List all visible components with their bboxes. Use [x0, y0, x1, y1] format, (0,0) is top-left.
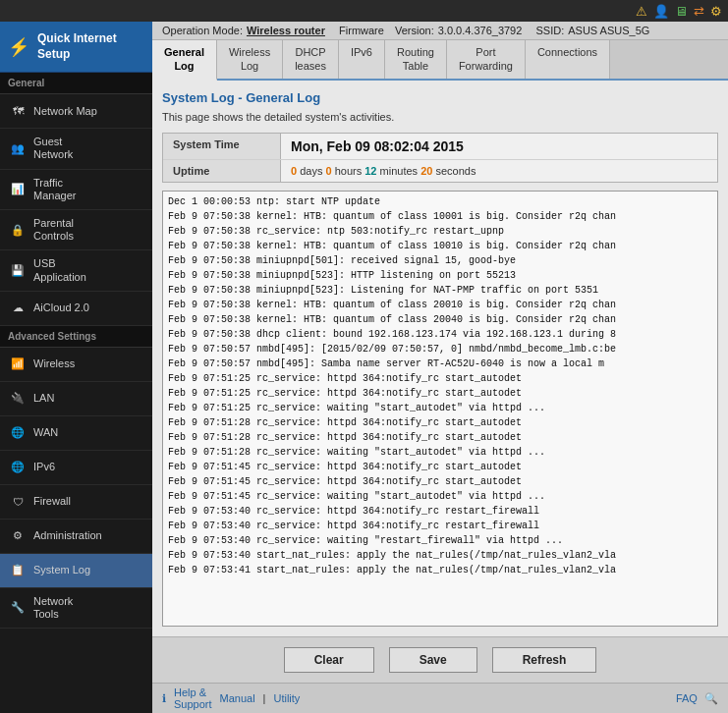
log-line: Feb 9 07:50:38 kernel: HTB: quantum of c… — [168, 239, 712, 253]
clear-button[interactable]: Clear — [284, 647, 374, 673]
log-area: Dec 1 00:00:53 ntp: start NTP updateFeb … — [162, 191, 718, 627]
manual-link[interactable]: Manual — [220, 692, 255, 704]
sidebar-item-network-tools[interactable]: 🔧 NetworkTools — [0, 588, 152, 629]
save-button[interactable]: Save — [389, 647, 477, 673]
tab-general-log[interactable]: GeneralLog — [152, 40, 217, 81]
lan-icon: 🔌 — [8, 389, 28, 409]
tab-dhcp-leases[interactable]: DHCPleases — [283, 40, 339, 79]
log-line: Feb 9 07:50:38 miniupnpd[501]: received … — [168, 253, 712, 268]
log-line: Feb 9 07:50:38 miniupnpd[523]: HTTP list… — [168, 268, 712, 283]
log-line: Feb 9 07:53:40 rc_service: httpd 364:not… — [168, 504, 712, 519]
parental-controls-icon: 🔒 — [8, 220, 28, 240]
log-line: Feb 9 07:50:38 kernel: HTB: quantum of c… — [168, 298, 712, 312]
aicloud-icon: ☁ — [8, 299, 28, 318]
log-line: Feb 9 07:50:38 miniupnpd[523]: Listening… — [168, 283, 712, 298]
guest-network-icon: 👥 — [8, 138, 28, 158]
log-line: Feb 9 07:51:25 rc_service: httpd 364:not… — [168, 386, 712, 401]
log-line: Feb 9 07:53:41 start_nat_rules: apply th… — [168, 563, 712, 577]
search-icon: 🔍 — [704, 692, 718, 704]
uptime-value: 0 days 0 hours 12 minutes 20 seconds — [281, 160, 485, 182]
log-line: Dec 1 00:00:53 ntp: start NTP update — [168, 194, 712, 209]
tab-ipv6[interactable]: IPv6 — [339, 40, 385, 79]
ssid-label: SSID: — [535, 25, 564, 36]
gear-icon[interactable]: ⚙ — [710, 4, 722, 19]
administration-icon: ⚙ — [8, 526, 28, 546]
firmware-version: 3.0.0.4.376_3792 — [438, 25, 523, 36]
guest-network-label: GuestNetwork — [33, 136, 73, 161]
wireless-label: Wireless — [33, 357, 75, 370]
uptime-minutes-label: minutes — [380, 165, 421, 177]
uptime-row: Uptime 0 days 0 hours 12 minutes 20 seco… — [163, 160, 717, 182]
general-section-header: General — [0, 73, 152, 94]
system-log-icon: 📋 — [8, 561, 28, 580]
sidebar-item-traffic-manager[interactable]: 📊 TrafficManager — [0, 170, 152, 210]
log-scroll[interactable]: Dec 1 00:00:53 ntp: start NTP updateFeb … — [163, 192, 717, 626]
network-map-icon: 🗺 — [8, 101, 28, 121]
sidebar-item-lan[interactable]: 🔌 LAN — [0, 382, 152, 416]
faq-area: FAQ 🔍 — [676, 692, 718, 705]
quick-internet-setup[interactable]: ⚡ Quick Internet Setup — [0, 22, 152, 73]
sidebar-item-aicloud[interactable]: ☁ AiCloud 2.0 — [0, 292, 152, 326]
sidebar-item-network-map[interactable]: 🗺 Network Map — [0, 94, 152, 129]
log-line: Feb 9 07:51:25 rc_service: httpd 364:not… — [168, 371, 712, 386]
usb-application-label: USBApplication — [33, 257, 86, 283]
quick-setup-label: Quick Internet Setup — [37, 31, 144, 62]
wan-label: WAN — [33, 426, 58, 439]
sidebar-item-guest-network[interactable]: 👥 GuestNetwork — [0, 129, 152, 169]
wan-icon: 🌐 — [8, 423, 28, 443]
log-line: Feb 9 07:51:25 rc_service: waiting "star… — [168, 401, 712, 415]
log-line: Feb 9 07:53:40 start_nat_rules: apply th… — [168, 548, 712, 563]
page-content: System Log - General Log This page shows… — [152, 81, 728, 636]
tab-port-forwarding[interactable]: PortForwarding — [447, 40, 526, 79]
sidebar-item-wireless[interactable]: 📶 Wireless — [0, 348, 152, 382]
parental-controls-label: ParentalControls — [33, 217, 74, 243]
tab-wireless-log[interactable]: WirelessLog — [217, 40, 283, 79]
tab-connections[interactable]: Connections — [526, 40, 610, 79]
refresh-button[interactable]: Refresh — [492, 647, 597, 673]
transfer-icon[interactable]: ⇄ — [694, 4, 704, 19]
sidebar-item-ipv6[interactable]: 🌐 IPv6 — [0, 451, 152, 485]
uptime-hours-label: hours — [335, 165, 365, 177]
warning-icon[interactable]: ⚠ — [636, 4, 647, 19]
sidebar-item-system-log[interactable]: 📋 System Log — [0, 554, 152, 588]
op-mode-label: Operation Mode: — [162, 25, 243, 36]
log-line: Feb 9 07:51:28 rc_service: httpd 364:not… — [168, 415, 712, 430]
screen-icon[interactable]: 🖥 — [675, 4, 688, 19]
uptime-label: Uptime — [163, 160, 281, 182]
tab-routing-table[interactable]: RoutingTable — [385, 40, 447, 79]
user-icon[interactable]: 👤 — [653, 4, 669, 19]
sidebar-item-administration[interactable]: ⚙ Administration — [0, 520, 152, 554]
tabs-bar: GeneralLog WirelessLog DHCPleases IPv6 R… — [152, 40, 728, 81]
sidebar: ⚡ Quick Internet Setup General 🗺 Network… — [0, 22, 152, 713]
uptime-seconds-num: 20 — [420, 165, 432, 177]
sidebar-item-wan[interactable]: 🌐 WAN — [0, 416, 152, 451]
usb-application-icon: 💾 — [8, 261, 28, 281]
ssid-value: ASUS ASUS_5G — [568, 25, 649, 36]
system-time-display: Mon, Feb 09 08:02:04 2015 — [291, 138, 464, 154]
log-line: Feb 9 07:50:38 kernel: HTB: quantum of c… — [168, 209, 712, 224]
help-icon: ℹ — [162, 692, 166, 705]
sidebar-item-usb-application[interactable]: 💾 USBApplication — [0, 250, 152, 291]
sidebar-item-parental-controls[interactable]: 🔒 ParentalControls — [0, 210, 152, 250]
firewall-label: Firewall — [33, 495, 71, 508]
system-time-label: System Time — [163, 134, 281, 159]
footer: ℹ Help &Support Manual | Utility FAQ 🔍 — [152, 683, 728, 713]
faq-link[interactable]: FAQ — [676, 692, 698, 704]
traffic-manager-icon: 📊 — [8, 180, 28, 199]
operation-mode-bar: Operation Mode: Wireless router Firmware… — [152, 22, 728, 40]
lan-label: LAN — [33, 392, 54, 405]
sidebar-item-firewall[interactable]: 🛡 Firewall — [0, 485, 152, 520]
page-description: This page shows the detailed system's ac… — [162, 111, 718, 123]
advanced-header-label: Advanced Settings — [8, 331, 96, 342]
uptime-seconds-label: seconds — [435, 165, 476, 177]
log-line: Feb 9 07:51:45 rc_service: httpd 364:not… — [168, 460, 712, 474]
utility-link[interactable]: Utility — [273, 692, 300, 704]
wireless-icon: 📶 — [8, 355, 28, 374]
log-line: Feb 9 07:50:57 nmbd[495]: Samba name ser… — [168, 356, 712, 371]
network-tools-icon: 🔧 — [8, 598, 28, 618]
footer-separator: | — [263, 692, 266, 704]
general-header-label: General — [8, 78, 44, 88]
uptime-minutes-num: 12 — [364, 165, 376, 177]
log-line: Feb 9 07:50:38 dhcp client: bound 192.16… — [168, 327, 712, 342]
log-line: Feb 9 07:53:40 rc_service: httpd 364:not… — [168, 519, 712, 533]
